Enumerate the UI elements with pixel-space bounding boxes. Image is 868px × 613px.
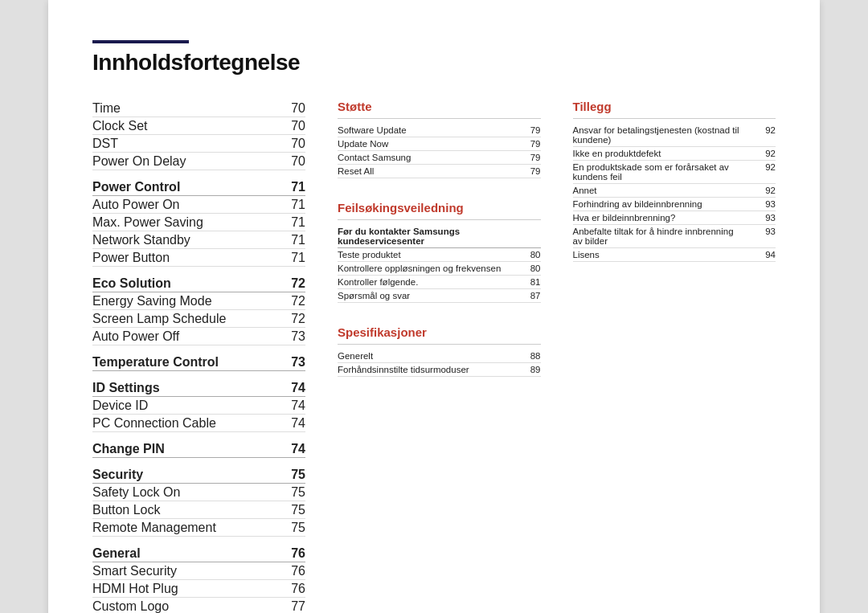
section-divider [573,118,776,119]
page: Innholdsfortegnelse Time70Clock Set70DST… [48,0,820,613]
section-item-row: Annet92 [573,184,776,198]
toc-item-row: Smart Security76 [92,562,305,580]
section-item-label: Forhindring av bildeinnbrenning [573,199,702,209]
toc-group: Power Control71Auto Power On71Max. Power… [92,178,305,267]
section-title: Feilsøkingsveiledning [338,201,541,215]
section-divider [338,219,541,220]
toc-item-row: Energy Saving Mode72 [92,292,305,310]
toc-item-label: Clock Set [92,119,147,133]
toc-header-row: General76 [92,545,305,562]
section-item-label: Update Now [338,139,388,149]
section-item-label: Hva er bildeinnbrenning? [573,213,676,223]
toc-item-row: Device ID74 [92,397,305,415]
title-block: Innholdsfortegnelse [92,40,776,76]
section-divider [338,118,541,119]
toc-header-label: Temperature Control [92,355,219,370]
toc-item-num: 73 [291,329,305,344]
section-item-num: 80 [530,250,541,260]
toc-item-row: Screen Lamp Schedule72 [92,310,305,328]
toc-item-label: Safety Lock On [92,485,180,500]
toc-item-row: Safety Lock On75 [92,484,305,501]
toc-item-label: HDMI Hot Plug [92,582,178,596]
toc-item-label: Network Standby [92,233,190,247]
toc-item-label: Energy Saving Mode [92,294,212,309]
toc-item-label: Custom Logo [92,599,169,614]
section-item-label: Ikke en produktdefekt [573,149,661,158]
toc-item-label: Max. Power Saving [92,215,203,230]
toc-item-label: Auto Power Off [92,329,179,344]
toc-item-label: Screen Lamp Schedule [92,312,226,326]
toc-header-label: Power Control [92,180,180,194]
section-item-label: Generelt [338,351,373,361]
section-title: Tillegg [573,100,776,113]
toc-item-num: 72 [291,312,305,326]
toc-item-row: DST70 [92,135,305,153]
content-grid: Time70Clock Set70DST70Power On Delay70Po… [92,100,776,613]
section-item-num: 94 [765,250,776,260]
toc-item-row: Auto Power On71 [92,196,305,214]
toc-group: ID Settings74Device ID74PC Connection Ca… [92,379,305,432]
section-group-label: Før du kontakter Samsungs kundeservicese… [338,227,510,246]
section-item-label: Kontroller følgende. [338,277,418,287]
toc-header-row: ID Settings74 [92,379,305,397]
toc-header-num: 74 [291,381,305,395]
section-item-label: En produktskade som er forårsaket av kun… [573,162,746,182]
toc-item-num: 71 [291,233,305,247]
toc-item-row: HDMI Hot Plug76 [92,580,305,598]
toc-item-row: Power On Delay70 [92,153,305,170]
toc-group: Time70Clock Set70DST70Power On Delay70 [92,100,305,170]
section-item-num: 93 [765,199,776,209]
toc-item-num: 76 [291,582,305,596]
section-item-row: Ansvar for betalingstjenesten (kostnad t… [573,124,776,147]
toc-header-row: Temperature Control73 [92,353,305,371]
section-title: Støtte [338,100,541,113]
section-item-label: Annet [573,186,597,195]
toc-header-row: Eco Solution72 [92,275,305,292]
toc-header-label: General [92,546,141,561]
section-item-row: Spørsmål og svar87 [338,289,541,303]
section-item-num: 79 [530,153,541,162]
section-item-row: Ikke en produktdefekt92 [573,147,776,161]
toc-item-num: 75 [291,521,305,535]
toc-item-label: Power Button [92,251,170,265]
section-item-label: Lisens [573,250,600,260]
section-item-label: Kontrollere oppløsningen og frekvensen [338,264,501,273]
toc-item-num: 72 [291,294,305,309]
section-item-row: Teste produktet80 [338,248,541,262]
section-item-row: Software Update79 [338,124,541,137]
section-item-row: Anbefalte tiltak for å hindre innbrennin… [573,225,776,248]
toc-item-num: 71 [291,251,305,265]
toc-item-num: 71 [291,215,305,230]
section-item-label: Anbefalte tiltak for å hindre innbrennin… [573,227,746,246]
section-divider [338,344,541,345]
section-block: StøtteSoftware Update79Update Now79Conta… [338,100,541,178]
toc-item-label: Auto Power On [92,198,180,212]
toc-item-row: Button Lock75 [92,501,305,519]
toc-header-num: 76 [291,546,305,561]
toc-item-row: PC Connection Cable74 [92,415,305,432]
toc-header-row: Power Control71 [92,178,305,196]
section-item-num: 79 [530,125,541,135]
toc-header-row: Change PIN74 [92,440,305,458]
toc-item-row: Time70 [92,100,305,117]
section-item-num: 92 [765,125,776,145]
toc-group: Security75Safety Lock On75Button Lock75R… [92,466,305,537]
toc-item-label: Remote Management [92,521,216,535]
section-item-num: 81 [530,277,541,287]
toc-item-num: 70 [291,154,305,169]
toc-item-num: 70 [291,119,305,133]
section-item-num: 80 [530,264,541,273]
section-item-label: Forhåndsinnstilte tidsurmoduser [338,365,469,374]
toc-group: Temperature Control73 [92,353,305,371]
toc-item-label: Time [92,101,121,116]
toc-item-label: Button Lock [92,503,161,517]
page-title: Innholdsfortegnelse [92,50,776,76]
section-item-num: 79 [530,166,541,176]
title-accent [92,40,189,43]
toc-header-label: Security [92,468,143,482]
section-item-label: Spørsmål og svar [338,291,410,300]
toc-header-num: 75 [291,468,305,482]
toc-header-num: 71 [291,180,305,194]
toc-item-row: Custom Logo77 [92,598,305,613]
toc-item-num: 70 [291,137,305,151]
